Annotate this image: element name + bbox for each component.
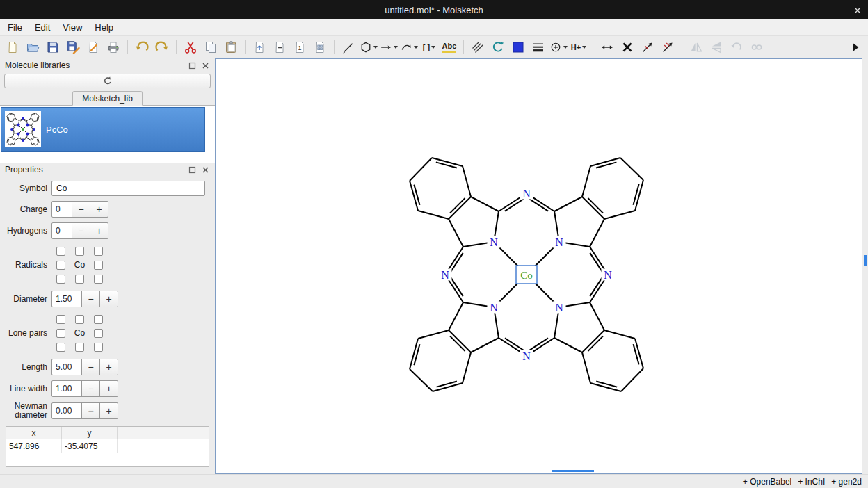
length-value[interactable]: 5.00 [51,359,82,375]
undo-icon[interactable] [133,38,151,56]
dropdown-arrow-icon[interactable] [394,46,398,49]
page-grid-icon[interactable] [311,38,329,56]
coords-header-x[interactable]: x [6,427,62,439]
mechanism-arrow-2-icon[interactable] [659,38,677,56]
hatch-tool-icon[interactable] [469,38,487,56]
drawing-canvas[interactable]: CoNNNNNNNN [215,58,862,474]
lone-pair-checkbox[interactable] [94,315,103,324]
properties-float-button[interactable] [187,165,197,174]
radical-checkbox[interactable] [75,247,84,256]
flip-vertical-icon[interactable] [707,38,725,56]
coords-header-y[interactable]: y [62,427,118,439]
open-file-icon[interactable] [24,38,42,56]
dropdown-arrow-icon[interactable] [373,46,378,49]
line-width-increment-button[interactable]: + [99,380,118,397]
flip-horizontal-icon[interactable] [687,38,705,56]
charge-tool-icon[interactable] [549,38,568,56]
redo-icon[interactable] [153,38,171,56]
draw-tool-icon[interactable] [339,38,357,56]
arrow-tool-icon[interactable] [380,38,398,56]
page-minus-icon[interactable] [271,38,289,56]
bracket-tool-icon[interactable]: [ ] [420,38,438,56]
charge-increment-button[interactable]: + [90,201,108,218]
lone-pair-tool-icon[interactable] [748,38,766,56]
hydrogens-value[interactable]: 0 [51,222,72,239]
radical-checkbox[interactable] [94,261,103,270]
lone-pair-checkbox[interactable] [94,343,103,352]
canvas-hscroll-handle[interactable] [552,470,594,472]
copy-icon[interactable] [202,38,220,56]
curved-arrow-tool-icon[interactable] [400,38,418,56]
radical-checkbox[interactable] [56,247,65,256]
status-gen2d[interactable]: + gen2d [831,477,862,487]
dropdown-arrow-icon[interactable] [414,46,418,49]
menu-edit[interactable]: Edit [29,19,56,35]
line-width-decrement-button[interactable]: − [81,380,100,397]
edit-document-icon[interactable] [84,38,102,56]
rotate-ccw-icon[interactable] [728,38,746,56]
lone-pair-checkbox[interactable] [56,343,65,352]
coord-x-value[interactable]: 547.896 [6,439,62,453]
delete-tool-icon[interactable] [618,38,636,56]
canvas-vscrollbar[interactable] [862,58,868,474]
library-item-pcco[interactable]: PcCo [1,107,205,152]
save-as-icon[interactable] [64,38,82,56]
line-width-tool-icon[interactable] [529,38,547,56]
libraries-close-button[interactable] [200,60,210,70]
refresh-libraries-button[interactable] [4,74,211,88]
coord-y-value[interactable]: -35.4075 [62,439,118,453]
newman-diameter-increment-button[interactable]: + [99,402,118,419]
cut-icon[interactable] [182,38,200,56]
paste-icon[interactable] [222,38,240,56]
hydrogens-decrement-button[interactable]: − [72,222,90,239]
table-row[interactable]: 547.896 -35.4075 [6,439,209,453]
dropdown-arrow-icon[interactable] [563,46,568,49]
new-document-icon[interactable] [3,38,22,56]
page-number-icon[interactable]: 1 [291,38,309,56]
canvas-vscroll-handle[interactable] [864,255,867,266]
menu-view[interactable]: View [56,19,88,35]
newman-diameter-decrement-button[interactable]: − [81,402,100,419]
rotate-tool-icon[interactable] [489,38,507,56]
radical-checkbox[interactable] [56,275,65,284]
charge-decrement-button[interactable]: − [72,201,90,218]
resize-bond-tool-icon[interactable] [598,38,616,56]
ring-tool-icon[interactable] [360,38,378,56]
libraries-float-button[interactable] [187,60,197,70]
charge-value[interactable]: 0 [51,201,72,218]
line-width-value[interactable]: 1.00 [51,380,82,397]
menu-file[interactable]: File [1,19,29,35]
length-increment-button[interactable]: + [99,359,118,375]
menu-help[interactable]: Help [88,19,120,35]
print-icon[interactable] [104,38,122,56]
lone-pair-checkbox[interactable] [75,315,84,324]
dropdown-arrow-icon[interactable] [431,46,435,49]
length-decrement-button[interactable]: − [81,359,100,375]
radical-checkbox[interactable] [94,247,103,256]
radical-checkbox[interactable] [75,275,84,284]
text-tool-icon[interactable]: Abc [440,38,458,56]
page-arrow-icon[interactable] [250,38,268,56]
radical-checkbox[interactable] [94,275,103,284]
tab-molsketch-lib[interactable]: Molsketch_lib [72,91,143,106]
toolbar-extension-icon[interactable] [846,38,865,56]
symbol-input[interactable] [51,181,205,196]
lone-pair-checkbox[interactable] [56,315,65,324]
mechanism-arrow-1-icon[interactable] [638,38,657,56]
status-openbabel[interactable]: + OpenBabel [743,477,791,487]
hydrogen-tool-icon[interactable]: H+ [570,38,588,56]
diameter-decrement-button[interactable]: − [81,291,100,307]
hydrogens-increment-button[interactable]: + [90,222,108,239]
lone-pair-checkbox[interactable] [94,329,103,338]
color-swatch-icon[interactable] [509,38,527,56]
lone-pair-checkbox[interactable] [56,329,65,338]
dropdown-arrow-icon[interactable] [582,46,586,49]
lone-pair-checkbox[interactable] [75,343,84,352]
properties-close-button[interactable] [200,165,210,174]
diameter-value[interactable]: 1.50 [51,291,82,307]
diameter-increment-button[interactable]: + [99,291,118,307]
radical-checkbox[interactable] [56,261,65,270]
window-close-button[interactable] [853,6,862,15]
save-icon[interactable] [44,38,62,56]
status-inchi[interactable]: + InChI [798,477,825,487]
